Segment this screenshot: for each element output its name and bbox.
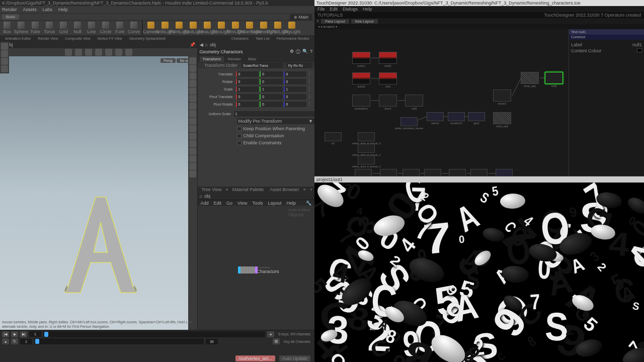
lasso-tool-icon[interactable]	[1, 50, 8, 57]
td-node-1.032[interactable]: 1.032	[496, 169, 513, 176]
shelf-null[interactable]: Null	[70, 21, 85, 35]
display-opt-5[interactable]	[189, 87, 196, 95]
net-go[interactable]: Go	[226, 201, 232, 206]
move-tool[interactable]	[75, 49, 82, 56]
tab-render-view[interactable]: Render View	[35, 36, 61, 41]
home-icon-3[interactable]: ⌂	[200, 194, 202, 199]
rot-order[interactable]: Ry Rx Rz	[287, 63, 312, 68]
param-r-input[interactable]: 0	[236, 79, 259, 84]
param-g-input[interactable]: 0	[260, 71, 282, 77]
td-node-null4[interactable]: null4	[470, 169, 488, 176]
camera-selector[interactable]: Persp	[160, 58, 176, 63]
display-opt-12[interactable]	[189, 140, 196, 147]
box-tool-icon[interactable]	[1, 58, 8, 65]
td-node-rename1[interactable]: rename1	[424, 169, 441, 176]
td-plus-icon[interactable]: +	[316, 19, 319, 24]
tab-mfx-view[interactable]: Motion FX View	[95, 36, 125, 41]
td-node-select1[interactable]: select1	[427, 112, 444, 125]
param-r-input[interactable]: 1	[236, 86, 259, 92]
network-canvas[interactable]: Indie Edition Objects Geometry Charactor…	[198, 206, 314, 330]
auto-update-toggle[interactable]: Auto Update	[279, 355, 310, 361]
tab-characters[interactable]: Characters	[228, 36, 252, 41]
shelf-grid[interactable]: Grid	[56, 21, 70, 35]
td-node-noise_top1[interactable]: noise_top1	[521, 72, 539, 87]
rotate-tool[interactable]	[85, 49, 92, 56]
current-frame[interactable]	[29, 331, 41, 337]
param-b-input[interactable]: 0	[284, 102, 306, 107]
display-opt-8[interactable]	[189, 110, 196, 117]
param-r-input[interactable]: 0	[236, 71, 259, 77]
viewport-3d[interactable]: Persp No cam	[0, 56, 197, 330]
net-tools[interactable]: Tools	[252, 201, 263, 206]
td-node-vertex_anim_#_texture_1[interactable]: vertex_anim_#_texture_1	[352, 144, 380, 156]
tab-treeview[interactable]: Tree View	[200, 187, 224, 192]
td-node-math2[interactable]: math2	[449, 169, 466, 176]
back-icon[interactable]: ◀	[200, 42, 203, 47]
display-opt-11[interactable]	[189, 133, 196, 140]
td-node-audio1[interactable]: audio1	[352, 52, 370, 67]
xform-order[interactable]: Scale/Rot Trans	[242, 63, 283, 68]
param-menu-icon[interactable]: ⋮	[307, 86, 312, 92]
td-node-transform1[interactable]: transform1	[448, 112, 465, 125]
param-menu-icon[interactable]: ⋮	[307, 94, 312, 99]
snap-tool[interactable]	[105, 49, 112, 56]
desktop-build[interactable]: Build	[2, 14, 19, 20]
timeline-slider[interactable]	[43, 331, 265, 337]
display-opt-13[interactable]	[189, 148, 196, 155]
td-render-titlebar[interactable]: project1/out1	[314, 176, 644, 183]
check-child-comp[interactable]: Child Compensation	[198, 132, 314, 139]
scale-tool[interactable]	[95, 49, 102, 56]
net-layout[interactable]: Layout	[268, 201, 281, 206]
td-param-header[interactable]: Text null1	[569, 29, 644, 35]
wire-tool[interactable]	[115, 49, 122, 56]
play-start-button[interactable]: |◀	[2, 331, 9, 337]
info-icon[interactable]: ⓘ	[296, 49, 300, 55]
td-node-level1[interactable]: level1	[379, 95, 397, 110]
shelf-circle[interactable]: Circle	[99, 21, 113, 35]
tab-geo-spreadsheet[interactable]: Geometry Spreadsheet	[126, 36, 169, 41]
pretransform-dropdown[interactable]: Modify Pre-Transform▼	[237, 118, 314, 124]
td-node-select2[interactable]: select2	[403, 169, 420, 176]
help-icon[interactable]: ?	[310, 49, 312, 55]
plus-icon[interactable]: +	[310, 187, 312, 192]
td-dialogs[interactable]: Dialogs	[343, 7, 358, 12]
shelf-sky[interactable]: SkyLight	[285, 21, 299, 35]
td-node-audio2[interactable]: audio2	[352, 72, 370, 88]
td-node-constant1[interactable]: constant1	[355, 169, 372, 176]
search-icon[interactable]: 🔍	[302, 49, 308, 55]
play-end-button[interactable]: ▶|	[20, 331, 27, 337]
record-button[interactable]: ●	[2, 338, 9, 344]
home-icon-2[interactable]: ⌂	[205, 42, 208, 47]
td-node-vertex_anim_#_texture_0[interactable]: vertex_anim_#_texture_0	[352, 132, 380, 145]
param-g-input[interactable]: 1	[260, 86, 282, 92]
display-opt-9[interactable]	[189, 118, 196, 125]
td-edit[interactable]: Edit	[330, 7, 338, 12]
param-g-input[interactable]: 0	[260, 102, 282, 107]
display-opt-4[interactable]	[189, 80, 196, 87]
param-g-input[interactable]: 0	[260, 94, 282, 100]
menu-labs[interactable]: Labs	[43, 7, 53, 12]
td-path[interactable]: ▸ ▸ /project1 ▾	[314, 24, 644, 29]
display-opt-10[interactable]	[189, 125, 196, 132]
display-opt-16[interactable]	[189, 170, 196, 177]
net-view[interactable]: View	[237, 201, 247, 206]
display-opt-14[interactable]	[189, 155, 196, 162]
tab-matpalette[interactable]: Material Palette	[230, 187, 266, 192]
wrench-icon[interactable]: 🔧	[306, 201, 311, 206]
uniform-scale-input[interactable]: 1	[234, 111, 314, 117]
display-opt-6[interactable]	[189, 95, 196, 102]
tab-composite-view[interactable]: Composite View	[62, 36, 93, 41]
param-menu-icon[interactable]: ⋮	[307, 102, 312, 107]
td-node-info1[interactable]: info1	[380, 169, 397, 176]
tab-assetbrowser[interactable]: Asset Browser	[268, 187, 301, 192]
shade-tool[interactable]	[125, 49, 132, 56]
param-r-input[interactable]: 0	[236, 102, 259, 107]
check-constraints[interactable]: Enable Constraints	[198, 139, 314, 146]
shelf-curve[interactable]: Curve	[127, 21, 141, 35]
start-frame[interactable]	[20, 339, 32, 344]
loop-button[interactable]: ↻	[11, 338, 18, 344]
td-param-label[interactable]: Labelnull1	[571, 42, 642, 48]
param-b-input[interactable]: 0	[284, 94, 306, 100]
td-node-null2[interactable]: null2	[405, 95, 423, 110]
td-node-noise_top2[interactable]: noise_top2	[493, 112, 511, 128]
